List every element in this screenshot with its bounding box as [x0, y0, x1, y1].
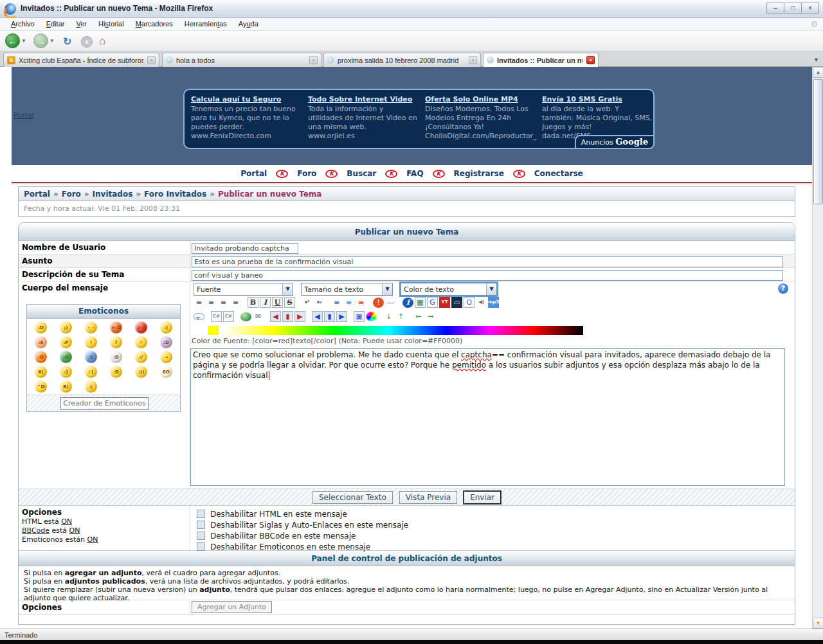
emoticon-grin-orange[interactable]: :D	[35, 351, 47, 363]
nav-link-foro[interactable]: Foro	[297, 169, 316, 178]
breadcrumb-link[interactable]: Invitados	[93, 190, 133, 199]
ad-title-link[interactable]: Envía 10 SMS Gratis	[542, 95, 653, 104]
email-icon[interactable]: ✉	[253, 311, 264, 322]
back-button[interactable]: ←▼	[5, 33, 26, 48]
ads-by-google-badge[interactable]: Anuncios Google	[575, 135, 655, 149]
emoticon-redface[interactable]: :$	[35, 336, 47, 348]
tab-4[interactable]: Invitados :: Publicar un nuevo Te...×	[483, 53, 599, 67]
breadcrumb-link[interactable]: Portal	[24, 190, 50, 199]
emoticon-creator-button[interactable]: Creador de Emoticonos	[60, 397, 149, 410]
tab-close-icon[interactable]: ×	[469, 56, 477, 64]
close-button[interactable]: ×	[801, 3, 819, 13]
move-up-icon[interactable]: ↑	[395, 311, 406, 322]
emoticon-cool[interactable]: B)	[60, 380, 72, 393]
portal-link-top[interactable]: Portal	[14, 111, 34, 120]
menu-ver[interactable]: Ver	[70, 18, 93, 30]
quicktime-icon[interactable]: Q	[464, 297, 475, 308]
img-center-blue-icon[interactable]: ▮	[324, 311, 335, 322]
emoticon-rolleyes[interactable]: :|	[85, 380, 97, 393]
checkbox-4[interactable]	[197, 542, 205, 551]
align-left-icon[interactable]: ≡	[194, 297, 204, 308]
emoticon-grin-purple[interactable]: :D	[160, 336, 172, 348]
list-square-icon[interactable]: ≡	[356, 297, 366, 308]
home-button[interactable]: ⌂	[99, 35, 105, 48]
tab-close-icon[interactable]: ×	[309, 56, 318, 64]
bbcode-link[interactable]: BBCode	[22, 526, 50, 535]
emoticon-grin-silver[interactable]: :D	[110, 351, 122, 363]
ad-title-link[interactable]: Calcula aquí tu Seguro	[191, 95, 302, 104]
emoticon-grin-green[interactable]: :D	[60, 351, 72, 363]
stop-button[interactable]: ×	[81, 36, 93, 48]
superscript-icon[interactable]: x²	[302, 297, 312, 308]
emoticon-lol[interactable]: ^D	[35, 380, 47, 393]
nav-link-faq[interactable]: FAQ	[406, 169, 423, 178]
checkbox-2[interactable]	[197, 521, 205, 529]
bold-icon[interactable]: B	[248, 297, 258, 308]
minimize-button[interactable]: –	[766, 3, 784, 13]
menu-archivo[interactable]: Archivo	[5, 18, 41, 30]
img-float-right-red-icon[interactable]: ▶	[294, 311, 305, 322]
tab-close-icon[interactable]: ×	[586, 56, 595, 64]
speaker-icon[interactable]: ◀)	[476, 297, 487, 308]
emoticon-neutral-dash[interactable]: -_-	[85, 321, 97, 334]
align-center-icon[interactable]: ≡	[206, 297, 217, 308]
emoticon-skeptic[interactable]: :/	[135, 351, 147, 363]
checkbox-1[interactable]	[197, 510, 205, 518]
emoticon-eek[interactable]: 8O	[160, 366, 172, 378]
mp3-icon[interactable]: mp3	[488, 297, 499, 308]
img-center-red-icon[interactable]: ▮	[282, 311, 293, 322]
tab-2[interactable]: hola a todos×	[162, 53, 321, 67]
list-numbered-icon[interactable]: ≡	[343, 297, 354, 308]
breadcrumb-link[interactable]: Foro	[62, 190, 81, 199]
select-fuente[interactable]: Fuente▼	[194, 283, 293, 296]
emoticon-laughing[interactable]: :))	[135, 366, 147, 378]
color-gradient-bar[interactable]	[223, 326, 583, 335]
img-float-left-blue-icon[interactable]: ◀	[312, 311, 323, 322]
italic-icon[interactable]: I	[260, 297, 271, 308]
code-icon[interactable]: C#	[211, 311, 222, 322]
youtube-icon[interactable]: YT	[439, 297, 450, 308]
emoticon-wink[interactable]: ;)	[60, 321, 72, 334]
tab-3[interactable]: proxima salida 10 febrero 2008 madrid×	[323, 53, 481, 67]
video-screen-icon[interactable]: ▭	[451, 297, 462, 308]
color-wheel-icon[interactable]	[366, 312, 377, 321]
scroll-down-arrow[interactable]: ▼	[813, 618, 823, 629]
description-input[interactable]	[192, 270, 783, 281]
emoticon-razz[interactable]: :P	[60, 336, 72, 348]
help-icon[interactable]: ?	[778, 283, 788, 294]
subject-input[interactable]	[192, 256, 783, 267]
underline-icon[interactable]: U	[272, 297, 283, 308]
selected-color-swatch[interactable]	[208, 326, 219, 335]
menu-editar[interactable]: Editar	[41, 18, 71, 30]
move-right-icon[interactable]: →	[425, 311, 436, 322]
seleccionar-texto-button[interactable]: Seleccionar Texto	[312, 491, 393, 504]
emoticon-smug[interactable]: :]	[60, 366, 72, 378]
emoticon-grin-blue[interactable]: :D	[85, 351, 97, 363]
move-down-icon[interactable]: ↓	[383, 311, 394, 322]
nav-link-portal[interactable]: Portal	[240, 169, 267, 178]
vertical-scrollbar[interactable]: ▲ ▼	[812, 67, 823, 629]
img-float-right-blue-icon[interactable]: ▶	[336, 311, 347, 322]
google-video-icon[interactable]: G	[427, 297, 438, 308]
emoticon-evil[interactable]: >:(	[135, 321, 147, 334]
emoticon-grin[interactable]: :D	[35, 321, 47, 334]
list-bullet-icon[interactable]: ≡	[331, 297, 342, 308]
gallery-icon[interactable]: ▣	[354, 311, 365, 322]
emoticon-idea[interactable]: ☼	[135, 336, 147, 348]
reload-button[interactable]: ↻	[63, 35, 71, 48]
img-float-left-red-icon[interactable]: ◀	[270, 311, 281, 322]
image-icon[interactable]: ▦	[415, 297, 426, 308]
flash-icon[interactable]: f	[402, 298, 413, 308]
tab-1[interactable]: aXciting club España - Índice de subforo…	[3, 53, 159, 67]
emoticon-mad[interactable]: X(	[35, 366, 47, 378]
ad-title-link[interactable]: Todo Sobre Internet Video	[308, 95, 419, 104]
emoticon-exclaim[interactable]: !	[85, 336, 97, 348]
align-right-icon[interactable]: ≡	[218, 297, 229, 308]
link-globe-icon[interactable]	[240, 312, 251, 321]
emoticon-cry[interactable]: :'(	[85, 366, 97, 378]
nav-link-conectarse[interactable]: Conectarse	[534, 169, 583, 178]
forward-button[interactable]: →▼	[33, 33, 55, 48]
emoticon-sad[interactable]: :(	[160, 321, 172, 334]
gear-icon[interactable]: ⚙	[810, 19, 818, 29]
menu-ayuda[interactable]: Ayuda	[233, 18, 264, 30]
